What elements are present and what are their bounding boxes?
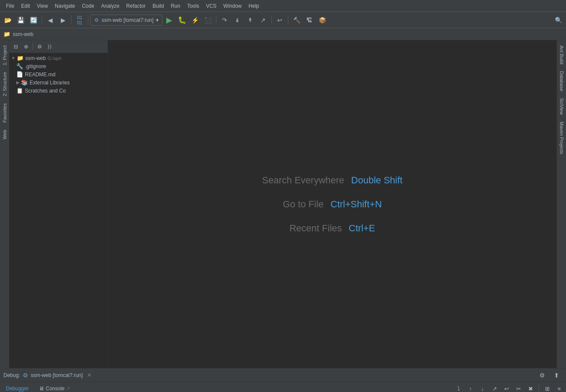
right-tab-sciview[interactable]: SciView [558, 95, 566, 118]
console-tab[interactable]: 🖥 Console ↗ [35, 384, 74, 392]
menu-bar: File Edit View Navigate Code Analyze Ref… [0, 0, 566, 12]
tree-item-external-libs[interactable]: ▶ 📚 External Libraries [9, 78, 108, 87]
bottom-panel: Debug: ⚙ ssm-web [tomcat7:run] ✕ ⚙ ⬆ Deb… [0, 368, 566, 392]
shortcut-label-search: Search Everywhere [262, 175, 344, 186]
debug-restore-button[interactable]: ⬆ [551, 369, 563, 381]
tree-label-gitignore: .gitignore [25, 63, 46, 69]
step-into-button[interactable]: ↡ [231, 14, 243, 26]
menu-vcs[interactable]: VCS [203, 2, 220, 10]
shortcut-row-goto: Go to File Ctrl+Shift+N [283, 199, 382, 210]
toolbar-separator-3 [88, 15, 88, 25]
expand-button[interactable]: ⟩⟩ [45, 42, 54, 51]
stop-button[interactable]: ⬛ [202, 14, 214, 26]
debugger-tab[interactable]: Debugger [2, 384, 33, 392]
deploy-button[interactable]: 📦 [316, 14, 328, 26]
menu-tools[interactable]: Tools [184, 2, 203, 10]
tree-item-scratches[interactable]: 📋 Scratches and Co [9, 87, 108, 95]
menu-build[interactable]: Build [149, 2, 168, 10]
coverage-button[interactable]: ⚡ [189, 14, 201, 26]
debug-step-button-4[interactable]: ↗ [489, 384, 500, 392]
console-attach-icon: ↗ [66, 386, 70, 391]
debug-run-config-icon: ⚙ [23, 372, 28, 379]
pt-sep-1 [33, 43, 33, 50]
collapse-all-button[interactable]: ⊟ [11, 42, 21, 51]
sync-button[interactable]: 🔄 [27, 14, 39, 26]
git-file-icon: 🔧 [16, 63, 23, 69]
undo-button[interactable]: ↩ [274, 14, 286, 26]
shortcut-key-recent: Ctrl+E [349, 223, 375, 234]
tree-item-readme[interactable]: 📄 README.md [9, 70, 108, 78]
debug-frames-button[interactable]: ⊞ [542, 384, 552, 392]
lib-icon: 📚 [21, 79, 28, 86]
debug-run-config-label: ssm-web [tomcat7:run] [31, 372, 83, 378]
toolbar-separator-6 [288, 15, 288, 25]
settings-button[interactable]: ⚙ [35, 42, 44, 51]
debug-step-button-6[interactable]: ✂ [513, 384, 524, 392]
menu-file[interactable]: File [3, 2, 18, 10]
debug-tab-close-icon[interactable]: ✕ [87, 372, 92, 378]
main-layout: 1: Project 2: Structure Favorites Web ⊟ … [0, 40, 566, 368]
right-tab-ant-build[interactable]: Ant Build [558, 42, 566, 68]
run-config-gear-icon: ⚙ [94, 17, 99, 23]
menu-analyze[interactable]: Analyze [98, 2, 123, 10]
menu-navigate[interactable]: Navigate [51, 2, 78, 10]
back-button[interactable]: ◀ [44, 14, 56, 26]
menu-view[interactable]: View [33, 2, 51, 10]
debug-toolbar-sep [539, 384, 539, 392]
shortcut-row-recent: Recent Files Ctrl+E [289, 223, 375, 234]
sidebar-tab-structure[interactable]: 2: Structure [1, 69, 9, 100]
menu-code[interactable]: Code [78, 2, 98, 10]
toolbar-separator-4 [216, 15, 216, 25]
project-panel-toolbar: ⊟ ⊕ ⚙ ⟩⟩ [9, 40, 108, 53]
shortcut-label-recent: Recent Files [289, 223, 341, 234]
menu-window[interactable]: Window [220, 2, 245, 10]
debug-step-button-3[interactable]: ↓ [477, 384, 488, 392]
sidebar-tab-project[interactable]: 1: Project [1, 42, 9, 69]
forward-button[interactable]: ▶ [57, 14, 69, 26]
menu-refactor[interactable]: Refactor [123, 2, 149, 10]
menu-run[interactable]: Run [168, 2, 184, 10]
menu-edit[interactable]: Edit [18, 2, 33, 10]
open-file-button[interactable]: 📂 [2, 14, 14, 26]
toolbar-separator-2 [71, 15, 72, 25]
run-button[interactable]: ▶ [163, 14, 175, 26]
locate-file-button[interactable]: ⊕ [21, 42, 31, 51]
run-configuration-selector[interactable]: ⚙ ssm-web [tomcat7:run] ▾ [90, 15, 162, 26]
arrow-icon-libs: ▶ [16, 80, 20, 85]
arrow-icon: ▼ [11, 56, 15, 60]
tree-item-gitignore[interactable]: 🔧 .gitignore [9, 62, 108, 70]
debug-step-button-1[interactable]: ⤵ [453, 384, 464, 392]
right-tab-maven[interactable]: Maven Projects [558, 118, 566, 158]
build-project-button[interactable]: 🔨 [290, 14, 302, 26]
debug-panel-header: Debug: ⚙ ssm-web [tomcat7:run] ✕ ⚙ ⬆ [0, 368, 566, 382]
debug-step-button-5[interactable]: ↩ [501, 384, 512, 392]
shortcut-key-search: Double Shift [351, 175, 403, 186]
debug-title-label: Debug: [3, 372, 20, 378]
right-tab-database[interactable]: Database [558, 68, 566, 95]
sidebar-tab-web[interactable]: Web [1, 126, 9, 143]
sidebar-tab-favorites[interactable]: Favorites [1, 100, 9, 126]
project-tree: ▼ 📁 ssm-web G:\spri 🔧 .gitignore 📄 READM… [9, 53, 108, 368]
vcs-button[interactable]: 0101 [74, 14, 86, 26]
step-over-button[interactable]: ↷ [219, 14, 231, 26]
project-name-label: ssm-web [13, 31, 33, 37]
console-tab-icon: 🖥 [39, 386, 44, 392]
debug-step-button-7[interactable]: ✖ [525, 384, 536, 392]
debug-vars-button[interactable]: ≡ [554, 384, 564, 392]
debug-step-button-2[interactable]: ↑ [465, 384, 476, 392]
folder-icon: 📁 [17, 55, 24, 61]
rebuild-button[interactable]: 🏗 [303, 14, 315, 26]
debug-button[interactable]: 🐛 [176, 14, 188, 26]
tree-label-external-libs: External Libraries [30, 80, 69, 86]
toolbar-separator-5 [271, 15, 272, 25]
debug-settings-button[interactable]: ⚙ [536, 369, 548, 381]
tree-item-ssm-web[interactable]: ▼ 📁 ssm-web G:\spri [9, 54, 108, 62]
editor-area[interactable]: Search Everywhere Double Shift Go to Fil… [108, 40, 557, 368]
console-tab-label: Console [46, 386, 65, 392]
save-all-button[interactable]: 💾 [15, 14, 27, 26]
toolbar-separator-1 [42, 15, 42, 25]
menu-help[interactable]: Help [245, 2, 263, 10]
search-everywhere-button[interactable]: 🔍 [552, 14, 564, 26]
step-out-button[interactable]: ↟ [244, 14, 256, 26]
run-to-cursor-button[interactable]: ↗ [257, 14, 269, 26]
